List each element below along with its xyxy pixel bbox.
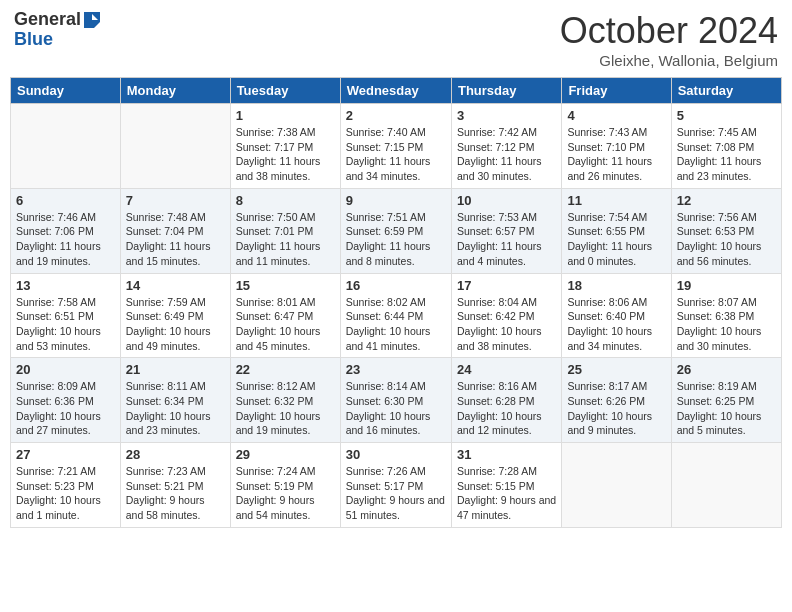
calendar-cell: 12Sunrise: 7:56 AMSunset: 6:53 PMDayligh… [671,188,781,273]
calendar-cell: 4Sunrise: 7:43 AMSunset: 7:10 PMDaylight… [562,104,671,189]
day-info: Sunrise: 8:07 AMSunset: 6:38 PMDaylight:… [677,295,776,354]
day-number: 27 [16,447,115,462]
calendar-cell: 3Sunrise: 7:42 AMSunset: 7:12 PMDaylight… [451,104,561,189]
day-info: Sunrise: 7:58 AMSunset: 6:51 PMDaylight:… [16,295,115,354]
day-number: 11 [567,193,665,208]
calendar-cell: 29Sunrise: 7:24 AMSunset: 5:19 PMDayligh… [230,443,340,528]
calendar-cell: 1Sunrise: 7:38 AMSunset: 7:17 PMDaylight… [230,104,340,189]
logo: General Blue [14,10,100,50]
calendar-cell: 23Sunrise: 8:14 AMSunset: 6:30 PMDayligh… [340,358,451,443]
calendar-cell: 8Sunrise: 7:50 AMSunset: 7:01 PMDaylight… [230,188,340,273]
day-info: Sunrise: 7:50 AMSunset: 7:01 PMDaylight:… [236,210,335,269]
calendar-cell: 7Sunrise: 7:48 AMSunset: 7:04 PMDaylight… [120,188,230,273]
calendar-cell: 5Sunrise: 7:45 AMSunset: 7:08 PMDaylight… [671,104,781,189]
day-info: Sunrise: 7:54 AMSunset: 6:55 PMDaylight:… [567,210,665,269]
calendar-header-row: SundayMondayTuesdayWednesdayThursdayFrid… [11,78,782,104]
calendar-cell: 16Sunrise: 8:02 AMSunset: 6:44 PMDayligh… [340,273,451,358]
day-info: Sunrise: 8:02 AMSunset: 6:44 PMDaylight:… [346,295,446,354]
day-number: 18 [567,278,665,293]
calendar-cell: 30Sunrise: 7:26 AMSunset: 5:17 PMDayligh… [340,443,451,528]
day-number: 12 [677,193,776,208]
calendar-cell [562,443,671,528]
calendar-week-row: 13Sunrise: 7:58 AMSunset: 6:51 PMDayligh… [11,273,782,358]
day-header-monday: Monday [120,78,230,104]
day-info: Sunrise: 7:51 AMSunset: 6:59 PMDaylight:… [346,210,446,269]
day-number: 17 [457,278,556,293]
day-number: 4 [567,108,665,123]
day-header-wednesday: Wednesday [340,78,451,104]
day-info: Sunrise: 7:42 AMSunset: 7:12 PMDaylight:… [457,125,556,184]
day-number: 23 [346,362,446,377]
calendar-cell: 17Sunrise: 8:04 AMSunset: 6:42 PMDayligh… [451,273,561,358]
calendar-cell: 9Sunrise: 7:51 AMSunset: 6:59 PMDaylight… [340,188,451,273]
calendar-cell: 15Sunrise: 8:01 AMSunset: 6:47 PMDayligh… [230,273,340,358]
day-header-sunday: Sunday [11,78,121,104]
day-number: 9 [346,193,446,208]
calendar-week-row: 20Sunrise: 8:09 AMSunset: 6:36 PMDayligh… [11,358,782,443]
month-title: October 2024 [560,10,778,52]
day-number: 28 [126,447,225,462]
day-info: Sunrise: 8:11 AMSunset: 6:34 PMDaylight:… [126,379,225,438]
day-info: Sunrise: 8:06 AMSunset: 6:40 PMDaylight:… [567,295,665,354]
day-number: 3 [457,108,556,123]
day-info: Sunrise: 7:28 AMSunset: 5:15 PMDaylight:… [457,464,556,523]
logo-blue-text: Blue [14,29,53,49]
calendar-cell: 27Sunrise: 7:21 AMSunset: 5:23 PMDayligh… [11,443,121,528]
day-info: Sunrise: 7:23 AMSunset: 5:21 PMDaylight:… [126,464,225,523]
calendar-cell: 18Sunrise: 8:06 AMSunset: 6:40 PMDayligh… [562,273,671,358]
day-info: Sunrise: 8:14 AMSunset: 6:30 PMDaylight:… [346,379,446,438]
day-number: 15 [236,278,335,293]
day-number: 24 [457,362,556,377]
title-block: October 2024 Gleixhe, Wallonia, Belgium [560,10,778,69]
calendar-cell [120,104,230,189]
location-text: Gleixhe, Wallonia, Belgium [560,52,778,69]
day-header-tuesday: Tuesday [230,78,340,104]
calendar-cell: 2Sunrise: 7:40 AMSunset: 7:15 PMDaylight… [340,104,451,189]
day-number: 8 [236,193,335,208]
day-number: 14 [126,278,225,293]
day-number: 5 [677,108,776,123]
day-info: Sunrise: 7:45 AMSunset: 7:08 PMDaylight:… [677,125,776,184]
day-info: Sunrise: 8:12 AMSunset: 6:32 PMDaylight:… [236,379,335,438]
day-info: Sunrise: 8:04 AMSunset: 6:42 PMDaylight:… [457,295,556,354]
day-header-thursday: Thursday [451,78,561,104]
day-number: 1 [236,108,335,123]
day-info: Sunrise: 7:48 AMSunset: 7:04 PMDaylight:… [126,210,225,269]
calendar-cell: 14Sunrise: 7:59 AMSunset: 6:49 PMDayligh… [120,273,230,358]
day-header-saturday: Saturday [671,78,781,104]
day-info: Sunrise: 7:24 AMSunset: 5:19 PMDaylight:… [236,464,335,523]
day-number: 25 [567,362,665,377]
day-info: Sunrise: 8:17 AMSunset: 6:26 PMDaylight:… [567,379,665,438]
day-info: Sunrise: 7:38 AMSunset: 7:17 PMDaylight:… [236,125,335,184]
day-number: 16 [346,278,446,293]
day-number: 10 [457,193,556,208]
day-number: 20 [16,362,115,377]
calendar-week-row: 27Sunrise: 7:21 AMSunset: 5:23 PMDayligh… [11,443,782,528]
calendar-week-row: 1Sunrise: 7:38 AMSunset: 7:17 PMDaylight… [11,104,782,189]
day-number: 26 [677,362,776,377]
day-info: Sunrise: 7:21 AMSunset: 5:23 PMDaylight:… [16,464,115,523]
calendar-cell: 13Sunrise: 7:58 AMSunset: 6:51 PMDayligh… [11,273,121,358]
calendar-cell: 10Sunrise: 7:53 AMSunset: 6:57 PMDayligh… [451,188,561,273]
day-number: 21 [126,362,225,377]
logo-icon [84,12,100,28]
calendar-cell: 26Sunrise: 8:19 AMSunset: 6:25 PMDayligh… [671,358,781,443]
day-info: Sunrise: 8:16 AMSunset: 6:28 PMDaylight:… [457,379,556,438]
day-header-friday: Friday [562,78,671,104]
day-number: 30 [346,447,446,462]
day-number: 29 [236,447,335,462]
day-info: Sunrise: 8:09 AMSunset: 6:36 PMDaylight:… [16,379,115,438]
day-number: 7 [126,193,225,208]
calendar-week-row: 6Sunrise: 7:46 AMSunset: 7:06 PMDaylight… [11,188,782,273]
day-number: 19 [677,278,776,293]
day-info: Sunrise: 7:56 AMSunset: 6:53 PMDaylight:… [677,210,776,269]
day-number: 22 [236,362,335,377]
calendar-cell: 19Sunrise: 8:07 AMSunset: 6:38 PMDayligh… [671,273,781,358]
calendar-cell: 6Sunrise: 7:46 AMSunset: 7:06 PMDaylight… [11,188,121,273]
calendar-cell: 24Sunrise: 8:16 AMSunset: 6:28 PMDayligh… [451,358,561,443]
calendar-cell [11,104,121,189]
calendar-cell: 21Sunrise: 8:11 AMSunset: 6:34 PMDayligh… [120,358,230,443]
day-info: Sunrise: 8:19 AMSunset: 6:25 PMDaylight:… [677,379,776,438]
calendar-cell [671,443,781,528]
day-number: 6 [16,193,115,208]
